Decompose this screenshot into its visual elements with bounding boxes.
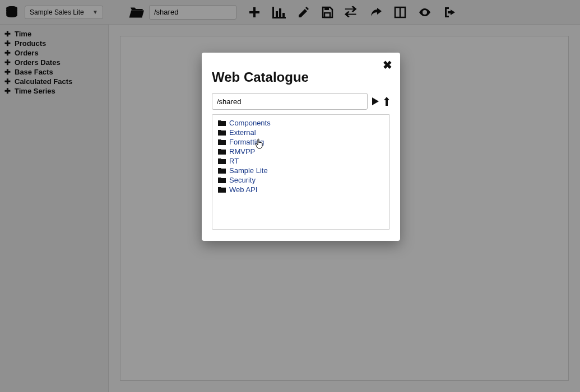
web-catalogue-modal: ✖ Web Catalogue Components External Form… [202,53,400,241]
folder-label: Components [229,119,271,127]
close-icon[interactable]: ✖ [383,58,392,72]
modal-path-row [212,93,390,110]
folder-item-web-api[interactable]: Web API [218,185,384,194]
folder-item-components[interactable]: Components [218,118,384,128]
modal-path-input[interactable] [212,93,368,110]
folder-label: RT [229,157,239,165]
folder-label: RMVPP [229,147,255,156]
folder-item-sample-lite[interactable]: Sample Lite [218,166,384,175]
folder-label: Sample Lite [229,166,268,175]
up-level-icon[interactable] [383,97,390,106]
modal-title: Web Catalogue [212,69,390,85]
folder-label: External [229,128,256,137]
folder-label: Web API [229,185,257,194]
folder-list: Components External Formatting RMVPP RT … [212,114,390,230]
folder-item-formatting[interactable]: Formatting [218,137,384,147]
folder-item-security[interactable]: Security [218,175,384,185]
go-icon[interactable] [372,97,379,105]
folder-item-rmvpp[interactable]: RMVPP [218,147,384,156]
folder-item-external[interactable]: External [218,128,384,137]
folder-label: Security [229,176,256,184]
folder-label: Formatting [229,138,264,146]
folder-item-rt[interactable]: RT [218,156,384,166]
